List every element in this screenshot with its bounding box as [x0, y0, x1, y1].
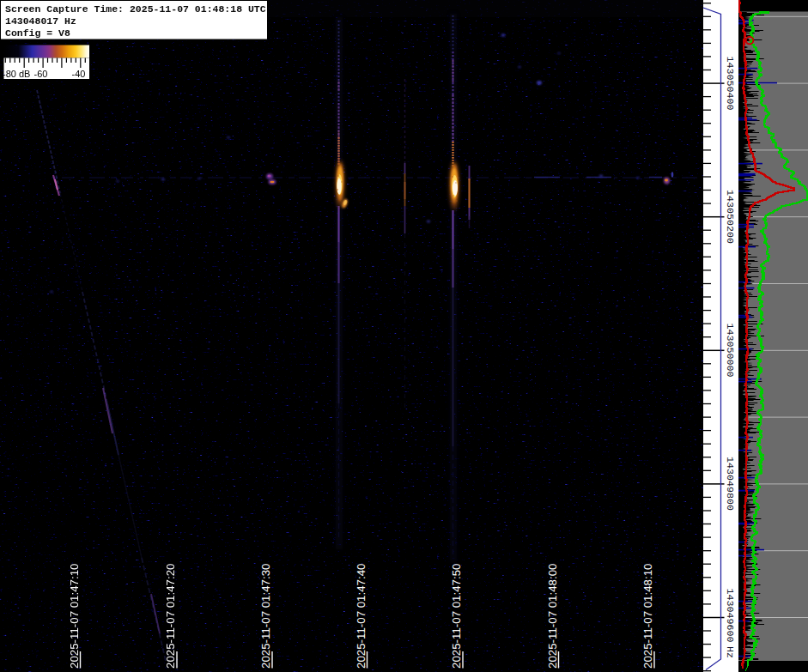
svg-text:Hz: Hz: [724, 646, 736, 658]
svg-text:2025-11-07 01:47:30: 2025-11-07 01:47:30: [259, 564, 272, 669]
svg-text:143050000: 143050000: [724, 323, 736, 377]
svg-text:143048017 Hz: 143048017 Hz: [5, 15, 76, 27]
svg-text:-60: -60: [34, 69, 48, 79]
svg-text:-80 dB: -80 dB: [3, 69, 30, 79]
svg-text:143049600: 143049600: [724, 588, 736, 642]
svg-text:-40: -40: [72, 69, 86, 79]
svg-text:2025-11-07 01:48:10: 2025-11-07 01:48:10: [641, 564, 654, 669]
svg-text:Config = V8: Config = V8: [5, 27, 70, 39]
svg-text:2025-11-07 01:48:00: 2025-11-07 01:48:00: [546, 564, 559, 669]
svg-text:2025-11-07 01:47:20: 2025-11-07 01:47:20: [164, 564, 177, 669]
svg-text:143049800: 143049800: [724, 457, 736, 511]
svg-text:143050400: 143050400: [724, 56, 736, 110]
svg-text:2025-11-07 01:47:10: 2025-11-07 01:47:10: [68, 564, 81, 669]
svg-text:Screen Capture Time: 2025-11-0: Screen Capture Time: 2025-11-07 01:48:18…: [5, 3, 266, 15]
svg-text:2025-11-07 01:47:40: 2025-11-07 01:47:40: [355, 564, 368, 669]
svg-text:2025-11-07 01:47:50: 2025-11-07 01:47:50: [450, 564, 463, 669]
svg-text:143050200: 143050200: [724, 190, 736, 244]
